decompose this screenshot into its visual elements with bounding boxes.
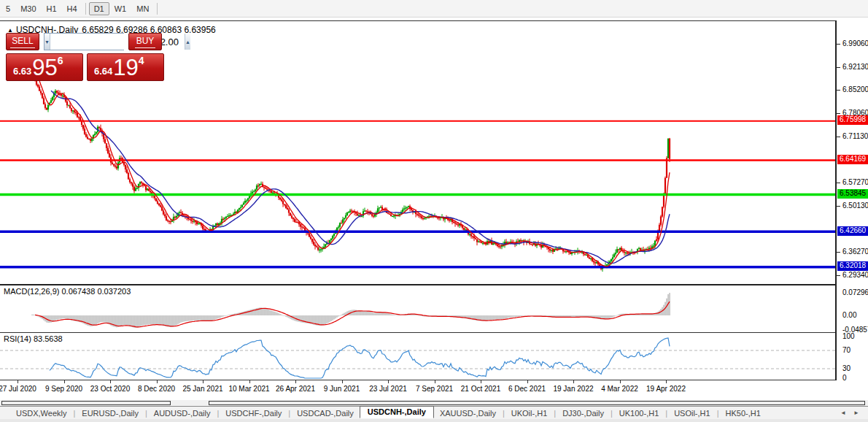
horizontal-scrollbar: [0, 400, 868, 406]
one-click-trading-panel: SELL ▼ ▲ BUY 6.63 95 6 6.64: [6, 33, 165, 81]
axis-tick-mark: [837, 206, 840, 207]
date-tick-mark: [527, 380, 528, 383]
price-chart-pane[interactable]: ▲USDCNH-,Daily6.65829 6.69286 6.60863 6.…: [0, 20, 868, 285]
macd-indicator-pane[interactable]: MACD(12,26,9) 0.067438 0.037203: [0, 285, 868, 333]
sell-button[interactable]: SELL: [6, 33, 39, 50]
date-tick-mark: [435, 380, 435, 383]
sell-price-box[interactable]: 6.63 95 6: [6, 53, 83, 81]
timeframe-toolbar: 5M30H1H4D1W1MN: [0, 0, 868, 18]
tab-usoil-h1[interactable]: USOil-,H1: [668, 408, 716, 418]
scrollbar-thumb[interactable]: [209, 401, 865, 405]
date-tick-mark: [203, 380, 204, 383]
timeframe-w1[interactable]: W1: [109, 2, 132, 15]
tab-dj30-daily[interactable]: DJ30-,Daily: [557, 408, 610, 418]
scrollbar-segment[interactable]: [1, 401, 171, 405]
price-line-badge: 6.75998: [837, 115, 868, 125]
rsi-label: RSI(14) 83.5638: [4, 334, 63, 343]
macd-label: MACD(12,26,9) 0.067438 0.037203: [4, 287, 131, 296]
tab-ukoil-h1[interactable]: UKOil-,H1: [505, 408, 554, 418]
tab-scroll-arrows[interactable]: ◄ ►: [840, 410, 862, 416]
tab-usdcnh-daily[interactable]: USDCNH-,Daily: [360, 406, 434, 418]
rsi-chart[interactable]: [0, 333, 835, 380]
chevron-down-icon: ▼: [44, 39, 50, 45]
timeframe-h1[interactable]: H1: [42, 2, 62, 15]
date-tick-mark: [388, 380, 389, 383]
tab-usdcad-daily[interactable]: USDCAD-,Daily: [291, 408, 360, 418]
buy-price-prefix: 6.64: [94, 66, 112, 77]
price-axis[interactable]: 6.990606.921306.852006.780606.759986.711…: [835, 20, 868, 380]
date-label: 27 Jul 2020: [0, 385, 36, 393]
axis-tick-mark: [837, 275, 840, 276]
date-tick-mark: [64, 380, 65, 383]
axis-tick-mark: [837, 137, 840, 137]
tab-separator: |: [554, 409, 556, 418]
date-label: 21 Oct 2021: [461, 385, 500, 393]
buy-price-box[interactable]: 6.64 19 4: [87, 53, 164, 81]
date-tick-mark: [620, 380, 621, 383]
volume-spinner: ▼ ▲: [44, 33, 124, 50]
sell-price-big: 95: [32, 56, 57, 79]
date-label: 19 Apr 2022: [646, 385, 686, 393]
chart-tab-bar: USDX,Weekly|EURUSD-,Daily|AUDUSD-,Daily|…: [0, 406, 868, 419]
volume-input[interactable]: [50, 34, 185, 50]
price-tick-label: 6.71130: [842, 132, 868, 141]
macd-tick-label: 0.00: [842, 311, 856, 320]
rsi-tick-label: 30: [842, 364, 850, 373]
timeframe-d1[interactable]: D1: [89, 2, 109, 15]
tab-separator: |: [665, 409, 667, 418]
timeframe-m30[interactable]: M30: [15, 2, 41, 15]
buy-button[interactable]: BUY: [128, 33, 162, 50]
date-label: 8 Dec 2020: [138, 385, 175, 393]
price-line-badge: 6.53845: [837, 189, 868, 199]
timeframe-5[interactable]: 5: [1, 2, 15, 15]
price-tick-label: 6.57270: [842, 178, 868, 187]
axis-tick-mark: [837, 183, 840, 183]
axis-tick-mark: [837, 44, 840, 45]
timeframe-mn[interactable]: MN: [131, 2, 154, 15]
volume-increase-button[interactable]: ▲: [185, 34, 190, 50]
tab-xauusd-daily[interactable]: XAUUSD-,Daily: [434, 408, 502, 418]
rsi-tick-label: 0: [842, 374, 847, 383]
buy-price-big: 19: [113, 56, 138, 79]
axis-tick-mark: [837, 113, 840, 114]
date-tick-mark: [295, 380, 296, 383]
axis-tick-mark: [837, 252, 840, 253]
date-label: 6 Dec 2021: [508, 385, 546, 393]
tab-hk50-h1[interactable]: HK50-,H1: [720, 408, 767, 418]
tab-separator: |: [145, 409, 147, 418]
rsi-indicator-pane[interactable]: RSI(14) 83.5638: [0, 333, 868, 380]
volume-decrease-button[interactable]: ▼: [44, 34, 50, 50]
tab-separator: |: [611, 409, 613, 418]
sell-price-prefix: 6.63: [13, 66, 31, 77]
date-tick-mark: [249, 380, 250, 383]
price-tick-label: 6.29340: [842, 271, 868, 280]
date-label: 9 Sep 2020: [45, 385, 82, 393]
date-label: 9 Jun 2021: [324, 385, 360, 393]
date-label: 25 Jan 2021: [182, 385, 222, 393]
axis-tick-mark: [837, 67, 840, 68]
timeframe-h4[interactable]: H4: [62, 2, 82, 15]
chart-window: ▲USDCNH-,Daily6.65829 6.69286 6.60863 6.…: [0, 20, 868, 422]
tab-audusd-daily[interactable]: AUDUSD-,Daily: [148, 408, 217, 418]
price-tick-label: 6.92130: [842, 63, 868, 72]
date-axis[interactable]: 27 Jul 20209 Sep 202023 Oct 20208 Dec 20…: [0, 380, 868, 400]
date-tick-mark: [481, 380, 481, 383]
price-tick-label: 6.50130: [842, 202, 868, 210]
status-strip: [0, 419, 868, 422]
price-line-badge: 6.64169: [837, 155, 868, 164]
tab-uk100-h1[interactable]: UK100-,H1: [613, 408, 664, 418]
toolbar-separator: [157, 3, 158, 15]
tab-usdchf-daily[interactable]: USDCHF-,Daily: [220, 408, 287, 418]
sell-price-pip: 6: [58, 55, 63, 66]
sell-button-label: SELL: [10, 36, 34, 48]
price-line-badge: 6.32018: [837, 261, 868, 271]
price-tick-label: 6.36270: [842, 248, 868, 256]
tab-eurusd-daily[interactable]: EURUSD-,Daily: [76, 408, 144, 418]
date-label: 10 Mar 2021: [228, 385, 269, 393]
tab-separator: |: [503, 409, 505, 418]
buy-button-label: BUY: [135, 36, 156, 48]
macd-tick-label: 0.072963: [842, 288, 868, 297]
date-tick-mark: [110, 380, 111, 383]
date-label: 19 Jan 2022: [553, 385, 593, 393]
tab-usdx-weekly[interactable]: USDX,Weekly: [10, 408, 72, 418]
